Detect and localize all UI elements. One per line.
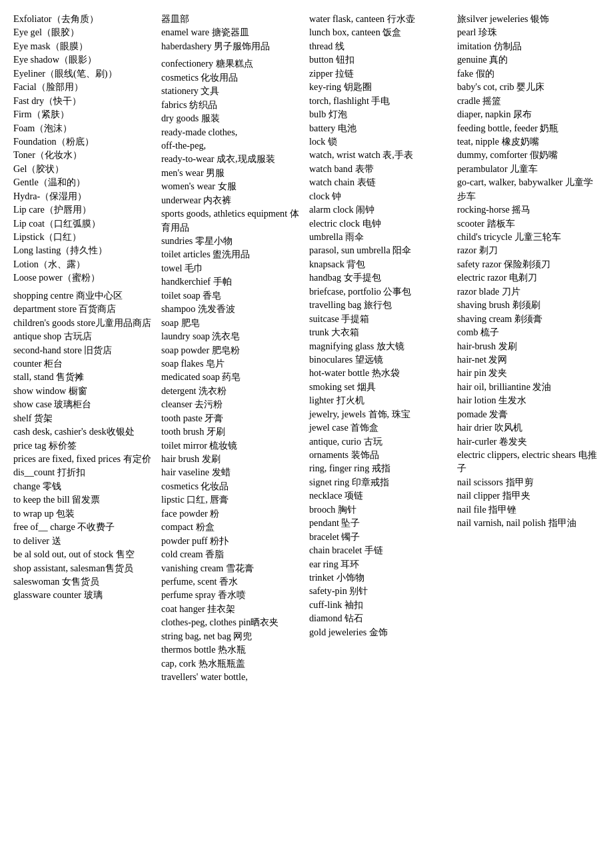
text-line: battery 电池 [309,121,452,135]
text-line: nail scissors 指甲剪 [457,475,600,489]
text-line: underwear 内衣裤 [161,193,304,207]
text-line: watch band 表带 [309,162,452,175]
text-line: go-cart, walker, babywalker 儿童学步车 [457,175,600,203]
text-line: antique shop 古玩店 [13,329,156,343]
text-line: teat, nipple 橡皮奶嘴 [457,135,600,148]
text-line: cap, cork 热水瓶瓶盖 [161,657,304,670]
text-line: Long lasting（持久性） [13,243,156,257]
text-line: stall, stand 售货摊 [13,370,156,383]
text-line: Eye shadow（眼影） [13,53,156,66]
text-line: bulb 灯泡 [309,107,452,121]
text-line: smoking set 烟具 [309,380,452,393]
text-line: suitcase 手提箱 [309,312,452,325]
text-line: Loose power（蜜粉） [13,271,156,284]
text-line: off-the-peg, [161,139,304,152]
text-line: lunch box, canteen 饭盒 [309,25,452,39]
text-line: second-hand store 旧货店 [13,343,156,357]
text-line: shelf 货架 [13,411,156,425]
text-line: parasol, sun umbrella 阳伞 [309,243,452,257]
text-line: nail varnish, nail polish 指甲油 [457,516,600,529]
text-line: compact 粉盒 [161,520,304,533]
text-line: soap 肥皂 [161,316,304,329]
text-line: button 钮扣 [309,53,452,66]
text-line: briefcase, portfolio 公事包 [309,285,452,298]
text-line: toilet articles 盥洗用品 [161,247,304,261]
text-line: pearl 珍珠 [457,25,600,39]
text-line: jewel case 首饰盒 [309,421,452,434]
text-line: diamond 钻石 [309,611,452,625]
text-line: lighter 打火机 [309,393,452,407]
text-line: torch, flashlight 手电 [309,94,452,107]
text-line: fabrics 纺织品 [161,98,304,111]
text-line: trinket 小饰物 [309,571,452,584]
text-line: imitation 仿制品 [457,39,600,53]
text-line: 器皿部 [161,12,304,25]
text-line: Firm（紧肤） [13,107,156,121]
text-line: electric clippers, electric shears 电推子 [457,448,600,475]
text-line: baby's cot, crib 婴儿床 [457,80,600,93]
text-line: scooter 踏板车 [457,217,600,230]
text-line: rocking-horse 摇马 [457,203,600,216]
text-line: children's goods store儿童用品商店 [13,316,156,329]
text-line: travellers' water bottle, [161,670,304,683]
text-line: tooth brush 牙刷 [161,425,304,438]
text-line: shaving brush 剃须刷 [457,298,600,311]
text-line: prices are fixed, fixed prices 有定价 [13,452,156,465]
text-line: hair-curler 卷发夹 [457,435,600,448]
text-line: Foam（泡沫） [13,121,156,135]
text-line: watch chain 表链 [309,175,452,189]
text-line: hair drier 吹风机 [457,421,600,434]
text-line: Hydra-（保湿用） [13,189,156,203]
text-line: saleswoman 女售货员 [13,575,156,588]
text-line: ear ring 耳环 [309,557,452,571]
text-line: ornaments 装饰品 [309,448,452,461]
text-line: razor 剃刀 [457,243,600,257]
text-line: hot-water bottle 热水袋 [309,366,452,379]
text-line: gold jeweleries 金饰 [309,625,452,639]
text-line: shopping centre 商业中心区 [13,289,156,302]
text-line: handbag 女手提包 [309,271,452,284]
text-line: price tag 标价签 [13,439,156,452]
text-line: shaving cream 剃须膏 [457,312,600,325]
text-line: haberdashery 男子服饰用品 [161,39,304,53]
text-line: hair pin 发夹 [457,366,600,379]
text-line: cosmetics 化妆用品 [161,71,304,84]
text-line: face powder 粉 [161,507,304,520]
text-line: safety-pin 别针 [309,584,452,597]
text-line: brooch 胸针 [309,503,452,516]
text-line: signet ring 印章戒指 [309,475,452,489]
text-line: dummy, comforter 假奶嘴 [457,148,600,161]
text-line: change 零钱 [13,479,156,493]
main-content: Exfoliator（去角质）Eye gel（眼胶）Eye mask（眼膜）Ey… [13,12,600,852]
text-line: Eye mask（眼膜） [13,39,156,53]
text-line: show window 橱窗 [13,384,156,397]
text-line: confectionery 糖果糕点 [161,57,304,70]
text-line: cradle 摇篮 [457,94,600,107]
text-line: trunk 大衣箱 [309,325,452,339]
text-line: men's wear 男服 [161,166,304,179]
column-col4: 旅silver jeweleries 银饰pearl 珍珠imitation 仿… [457,12,600,530]
text-line: electric razor 电剃刀 [457,271,600,284]
text-line: Lotion（水、露） [13,257,156,271]
text-line: Lipstick（口红） [13,230,156,243]
text-line: hair-net 发网 [457,353,600,366]
text-line: Gel（胶状） [13,162,156,175]
text-line: dry goods 服装 [161,111,304,125]
text-line: to keep the bill 留发票 [13,493,156,506]
text-line: genuine 真的 [457,53,600,66]
text-line: hair-brush 发刷 [457,339,600,353]
text-line: department store 百货商店 [13,302,156,315]
text-line: watch, wrist watch 表,手表 [309,148,452,161]
text-line: Gentle（温和的） [13,175,156,189]
text-line: to deliver 送 [13,534,156,547]
text-line: bracelet 镯子 [309,530,452,543]
text-line: zipper 拉链 [309,67,452,80]
text-line: Lip care（护唇用） [13,203,156,216]
text-line: alarm clock 闹钟 [309,203,452,216]
text-line: vanishing cream 雪花膏 [161,561,304,575]
text-line: cold cream 香脂 [161,547,304,561]
text-line: soap flakes 皂片 [161,357,304,370]
text-line: cuff-link 袖扣 [309,598,452,611]
text-line: binoculares 望远镜 [309,353,452,366]
text-line: be al sold out, out of stock 售空 [13,547,156,561]
